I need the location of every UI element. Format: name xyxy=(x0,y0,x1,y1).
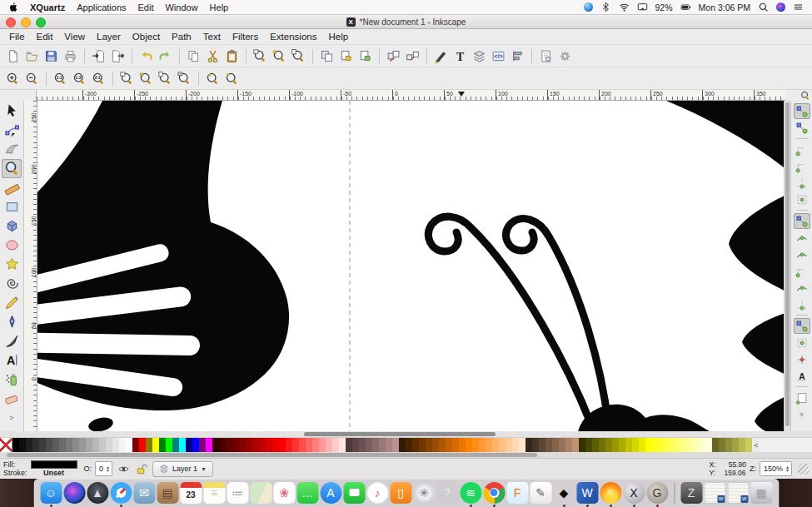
menu-help[interactable]: Help xyxy=(322,32,354,42)
canvas[interactable] xyxy=(37,101,784,431)
color-swatch[interactable] xyxy=(126,438,132,452)
color-swatch[interactable] xyxy=(319,438,326,452)
color-swatch[interactable] xyxy=(206,438,212,452)
color-swatch[interactable] xyxy=(159,438,166,452)
dock-inkscape[interactable]: ◆ xyxy=(553,482,575,504)
color-swatch[interactable] xyxy=(146,438,152,452)
star-tool[interactable] xyxy=(2,255,22,274)
color-swatch[interactable] xyxy=(79,438,86,452)
color-swatch[interactable] xyxy=(432,438,439,452)
color-swatch[interactable] xyxy=(472,438,479,452)
snap-line-midpoints-button[interactable] xyxy=(794,296,810,312)
color-swatch[interactable] xyxy=(645,438,652,452)
snap-paths-button[interactable] xyxy=(794,230,810,246)
color-swatch[interactable] xyxy=(272,438,279,452)
color-swatch[interactable] xyxy=(139,438,146,452)
horizontal-scrollbar[interactable] xyxy=(0,431,812,437)
measure-tool[interactable] xyxy=(2,178,22,197)
snap-object-centers-button[interactable] xyxy=(794,335,810,350)
dock-app-store[interactable]: A xyxy=(320,482,341,504)
color-swatch[interactable] xyxy=(739,438,745,452)
fill-swatch[interactable] xyxy=(31,460,77,469)
snap-nodes-button[interactable] xyxy=(794,213,810,229)
zoom-tool[interactable] xyxy=(2,159,22,178)
menu-text[interactable]: Text xyxy=(197,32,227,42)
color-swatch[interactable] xyxy=(119,438,126,452)
dock-contacts[interactable]: ▤ xyxy=(157,482,178,504)
spinner-arrows-icon[interactable]: ▲▼ xyxy=(106,465,110,472)
dock-spotify[interactable]: ≋ xyxy=(460,482,481,504)
horizontal-ruler[interactable]: -300-250-200-150-100-5005010015020025030… xyxy=(37,90,785,101)
menu-path[interactable]: Path xyxy=(166,32,197,42)
copy-button[interactable] xyxy=(185,47,202,65)
color-swatch[interactable] xyxy=(599,438,605,452)
dock-safari[interactable] xyxy=(110,482,132,504)
color-swatch[interactable] xyxy=(226,438,232,452)
color-swatch[interactable] xyxy=(705,438,712,452)
color-swatch[interactable] xyxy=(452,438,459,452)
dock-gimp[interactable]: G xyxy=(646,482,668,504)
dock-minimized-document-1[interactable] xyxy=(704,482,725,504)
palette-scrollbar[interactable] xyxy=(0,452,812,458)
menu-filters[interactable]: Filters xyxy=(227,32,264,42)
color-swatch[interactable] xyxy=(86,438,92,452)
undo-button[interactable] xyxy=(137,47,155,65)
color-swatch[interactable] xyxy=(585,438,592,452)
color-swatch[interactable] xyxy=(419,438,426,452)
zoom-previous-button[interactable] xyxy=(204,70,222,87)
spiral-tool[interactable] xyxy=(2,274,22,293)
color-swatch[interactable] xyxy=(725,438,732,452)
color-swatch[interactable] xyxy=(652,438,659,452)
unlink-clone-button[interactable] xyxy=(356,47,374,65)
palette-scrollbar-thumb[interactable] xyxy=(7,453,537,457)
dock-messages[interactable]: … xyxy=(296,482,318,504)
color-swatch[interactable] xyxy=(366,438,372,452)
color-swatch[interactable] xyxy=(239,438,246,452)
dock-reminders[interactable]: ≔ xyxy=(227,482,248,504)
snap-cusp-nodes-button[interactable] xyxy=(794,263,810,279)
macos-menu-item[interactable]: Applications xyxy=(77,2,126,12)
dock-itunes[interactable]: ♪ xyxy=(366,482,388,504)
vertical-scrollbar-thumb[interactable] xyxy=(785,102,790,426)
paste-button[interactable] xyxy=(223,47,241,65)
eraser-tool[interactable] xyxy=(2,389,22,408)
color-swatch[interactable] xyxy=(279,438,286,452)
zoom-next-button[interactable] xyxy=(223,70,241,87)
dock-calendar[interactable]: 23 xyxy=(180,482,202,504)
macos-menu-item[interactable]: Help xyxy=(210,2,229,12)
color-swatch[interactable] xyxy=(59,438,66,452)
color-swatch[interactable] xyxy=(312,438,319,452)
group-objects-button[interactable] xyxy=(385,47,402,65)
zoom-in-button[interactable] xyxy=(4,70,22,87)
text-dialog-button[interactable] xyxy=(451,47,469,65)
snap-path-intersections-button[interactable] xyxy=(794,246,810,262)
snap-others-button[interactable] xyxy=(794,318,810,334)
snap-text-baseline-button[interactable] xyxy=(794,368,810,384)
color-swatch[interactable] xyxy=(539,438,545,452)
layers-dialog-button[interactable] xyxy=(471,47,488,65)
preferences-button[interactable] xyxy=(556,47,574,65)
color-swatch[interactable] xyxy=(259,438,266,452)
color-swatch[interactable] xyxy=(32,438,39,452)
layer-selector[interactable]: Layer 1 ▼ xyxy=(152,461,213,477)
snapbar-overflow-button[interactable]: > xyxy=(794,406,810,422)
zoom-to-page-button[interactable] xyxy=(157,70,174,87)
color-swatch[interactable] xyxy=(192,438,199,452)
color-swatch[interactable] xyxy=(152,438,159,452)
zoom-button[interactable] xyxy=(36,17,46,27)
color-swatch[interactable] xyxy=(339,438,346,452)
color-swatch[interactable] xyxy=(685,438,692,452)
horizontal-scrollbar-thumb[interactable] xyxy=(304,432,496,436)
color-swatch[interactable] xyxy=(412,438,419,452)
color-swatch[interactable] xyxy=(659,438,665,452)
snap-enabled-button[interactable] xyxy=(794,103,810,119)
color-swatch[interactable] xyxy=(492,438,499,452)
zoom-2-1-button[interactable] xyxy=(90,70,107,87)
color-swatch[interactable] xyxy=(519,438,526,452)
zoom-to-drawing-button[interactable] xyxy=(137,70,155,87)
spinner-arrows-icon[interactable]: ▲▼ xyxy=(785,465,790,472)
snap-bbox-corners-button[interactable] xyxy=(794,158,810,174)
dock-zip-archive[interactable]: Z xyxy=(680,482,702,504)
color-swatch[interactable] xyxy=(292,438,299,452)
battery-icon[interactable] xyxy=(680,2,691,12)
